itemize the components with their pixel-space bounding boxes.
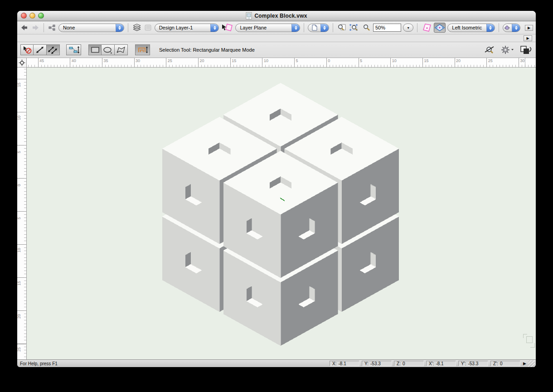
ruler-tick-label: 15 <box>232 58 236 63</box>
plane-dropdown-value: Layer Plane <box>236 25 291 30</box>
status-overflow-arrow-icon[interactable]: ▶ <box>523 361 526 366</box>
separator <box>499 23 499 32</box>
coordinate-value: 0 <box>403 361 405 366</box>
disable-interactive-scaling-mode-button[interactable] <box>20 44 34 55</box>
window-title: Complex Block.vwx <box>254 13 307 19</box>
coordinate-value: -53.3 <box>468 361 478 366</box>
layers-icon[interactable] <box>132 23 142 32</box>
help-text: For Help, press F1 <box>20 361 58 366</box>
coordinate-box[interactable]: Y:-53.3 <box>362 361 392 366</box>
separator <box>128 23 128 32</box>
ruler-tick-label: 25 <box>17 347 21 352</box>
dropdown-arrow-icon: ▼ <box>407 26 410 29</box>
coordinate-label: Z': <box>493 361 498 366</box>
resize-grip[interactable] <box>528 360 535 367</box>
stepper-icon <box>512 24 520 32</box>
layer-dropdown-value: Design Layer-1 <box>155 25 211 30</box>
coordinate-box[interactable]: X':-8.1 <box>426 361 456 366</box>
overflow-arrow-icon: ▶ <box>526 36 529 40</box>
maximize-button[interactable] <box>38 13 44 19</box>
ruler-tick-label: 10 <box>392 58 397 63</box>
coordinate-box[interactable]: Z:0 <box>394 361 424 366</box>
fit-selection-zoom-icon[interactable] <box>349 23 360 32</box>
tool-status-text: Selection Tool: Rectangular Marquee Mode <box>159 47 255 53</box>
zoom-tool-icon[interactable] <box>362 23 371 32</box>
fit-page-zoom-icon[interactable] <box>337 23 347 32</box>
tool-mode-bar: Selection Tool: Rectangular Marquee Mode <box>17 42 536 58</box>
ruler-tick-label: 15 <box>424 58 428 63</box>
zoom-level-input[interactable] <box>373 24 401 32</box>
viewports-icon-disabled <box>144 24 153 32</box>
coordinate-label: Y': <box>461 361 466 366</box>
ruler-tick-label: 15 <box>17 281 21 286</box>
class-dropdown[interactable]: None <box>58 24 124 32</box>
toolbar-overflow-button[interactable]: ▶ <box>525 25 533 31</box>
ruler-tick-label: 0 <box>17 184 21 186</box>
title-bar[interactable]: Complex Block.vwx <box>17 11 536 21</box>
plane-dropdown[interactable]: Layer Plane <box>235 24 300 32</box>
interactive-scaling-mode-group <box>20 44 60 55</box>
plane-rotation-icon[interactable] <box>221 23 233 33</box>
separator <box>304 23 304 32</box>
forward-button[interactable] <box>31 24 40 32</box>
horizontal-ruler[interactable]: 45403530252015105051015202530 <box>27 58 536 67</box>
separator <box>333 23 333 32</box>
ruler-tick-label: 5 <box>17 151 21 153</box>
unified-view-icon[interactable] <box>434 23 446 33</box>
coordinate-value: -8.1 <box>339 361 346 366</box>
zoom-dropdown-button[interactable]: ▼ <box>403 24 413 32</box>
stepper-icon <box>291 24 300 32</box>
coordinate-label: X': <box>429 361 434 366</box>
app-window: Complex Block.vwx None Design Layer-1 <box>17 11 536 367</box>
scaling-options-button[interactable] <box>66 44 81 55</box>
switch-document-icon[interactable] <box>519 44 533 55</box>
ruler-tick-label: 5 <box>17 217 21 219</box>
multiple-object-scaling-mode-button[interactable] <box>47 44 60 55</box>
ruler-tick-label: 25 <box>488 58 493 63</box>
page-setup-stepper[interactable] <box>308 24 329 32</box>
view-dropdown-value: Left Isometric <box>448 25 486 30</box>
separator <box>417 23 417 32</box>
unrestricted-scaling-options-button[interactable] <box>135 44 150 55</box>
separator <box>44 23 44 32</box>
stepper-icon <box>210 24 218 32</box>
coordinate-value: -8.1 <box>436 361 443 366</box>
render-mode-dropdown[interactable] <box>503 24 520 32</box>
ruler-tick-label: 40 <box>72 58 76 63</box>
stepper-icon <box>116 24 124 32</box>
coordinate-box[interactable]: X:-8.1 <box>330 361 359 366</box>
vertical-ruler[interactable]: 151050510152025 <box>17 68 27 359</box>
ruler-tick-label: 30 <box>136 58 140 63</box>
window-controls <box>21 13 44 19</box>
lasso-marquee-mode-button[interactable] <box>102 44 115 55</box>
coordinate-box[interactable]: Z':0 <box>490 361 520 366</box>
single-object-scaling-mode-button[interactable] <box>34 44 47 55</box>
ruler-tick-label: 20 <box>456 58 461 63</box>
ruler-tick-label: 10 <box>264 58 268 63</box>
close-button[interactable] <box>21 13 27 19</box>
coordinate-label: Y: <box>364 361 369 366</box>
drawing-canvas[interactable] <box>27 68 536 359</box>
zoom-line-thickness-icon[interactable] <box>484 44 495 55</box>
saved-views-icon[interactable] <box>48 24 57 32</box>
ruler-tick-label: 10 <box>17 116 21 120</box>
rectangular-marquee-mode-button[interactable] <box>88 44 102 55</box>
teapot-icon <box>503 25 512 30</box>
minimize-button[interactable] <box>29 13 35 19</box>
back-button[interactable] <box>20 24 29 32</box>
ruler-origin-icon[interactable] <box>17 58 27 67</box>
coordinate-value: 0 <box>500 361 503 366</box>
ruler-tick-label: 0 <box>328 58 330 63</box>
coordinate-label: Z: <box>397 361 401 366</box>
view-dropdown[interactable]: Left Isometric <box>447 24 495 32</box>
page-boundary-marker <box>523 334 534 347</box>
strip-overflow-button[interactable]: ▶ <box>524 35 532 41</box>
page-icon <box>308 24 320 31</box>
preferences-gear-button[interactable] <box>500 44 514 55</box>
ruler-tick-label: 10 <box>17 248 21 252</box>
coordinate-box[interactable]: Y':-53.3 <box>458 361 488 366</box>
layer-dropdown[interactable]: Design Layer-1 <box>155 24 219 32</box>
polygon-marquee-mode-button[interactable] <box>115 44 128 55</box>
working-plane-icon[interactable] <box>421 23 432 33</box>
horizontal-ruler-row: 45403530252015105051015202530 <box>17 58 536 68</box>
